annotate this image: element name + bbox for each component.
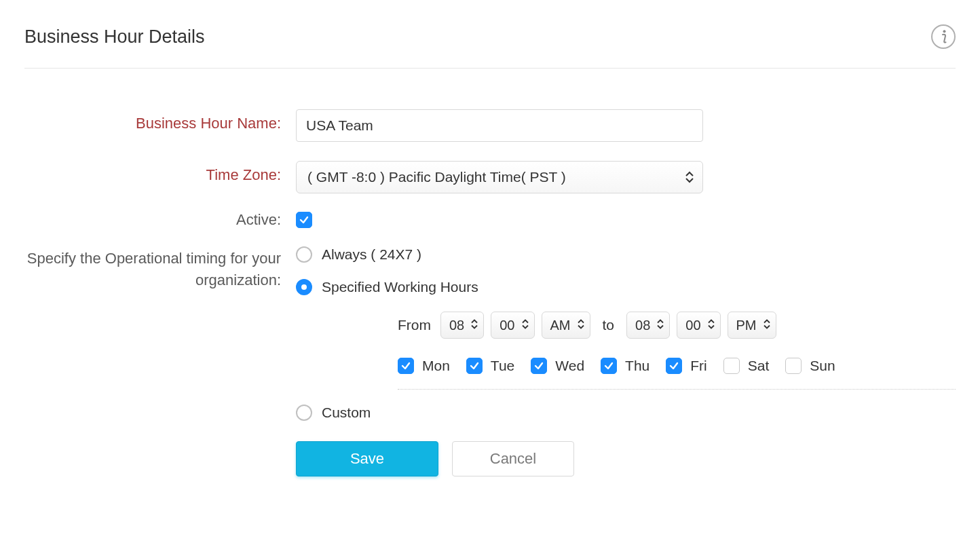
name-label: Business Hour Name: xyxy=(24,109,296,132)
day-item: Sat xyxy=(723,358,770,374)
to-hour-value: 08 xyxy=(635,318,650,333)
day-label: Mon xyxy=(422,358,450,374)
radio-specified[interactable] xyxy=(296,279,312,295)
page-title: Business Hour Details xyxy=(24,26,205,48)
from-minute-value: 00 xyxy=(500,318,514,333)
info-icon-button[interactable] xyxy=(931,24,956,49)
day-item: Tue xyxy=(466,358,514,374)
operational-label: Specify the Operational timing for your … xyxy=(24,246,296,291)
to-label: to xyxy=(603,317,615,333)
radio-always-label: Always ( 24X7 ) xyxy=(322,246,421,263)
to-ampm-value: PM xyxy=(736,318,757,333)
to-minute-value: 00 xyxy=(685,318,700,333)
day-checkbox-thu[interactable] xyxy=(601,358,617,374)
day-label: Tue xyxy=(491,358,514,374)
day-label: Thu xyxy=(625,358,649,374)
to-ampm-select[interactable]: PM xyxy=(728,312,776,339)
radio-custom-label: Custom xyxy=(322,405,371,421)
cancel-button[interactable]: Cancel xyxy=(452,441,574,476)
from-ampm-value: AM xyxy=(550,318,571,333)
day-item: Sun xyxy=(785,358,835,374)
active-label: Active: xyxy=(24,206,296,229)
day-label: Sat xyxy=(748,358,770,374)
svg-point-0 xyxy=(943,30,945,33)
day-item: Thu xyxy=(601,358,649,374)
radio-always[interactable] xyxy=(296,246,312,263)
active-checkbox[interactable] xyxy=(296,212,312,228)
select-arrows-icon xyxy=(708,318,715,333)
day-item: Fri xyxy=(666,358,707,374)
day-checkbox-sat[interactable] xyxy=(723,358,740,374)
from-ampm-select[interactable]: AM xyxy=(542,312,590,339)
timezone-select[interactable]: ( GMT -8:0 ) Pacific Daylight Time( PST … xyxy=(296,161,703,193)
select-arrows-icon xyxy=(471,318,478,333)
day-item: Wed xyxy=(531,358,584,374)
day-checkbox-fri[interactable] xyxy=(666,358,682,374)
radio-custom[interactable] xyxy=(296,405,312,421)
from-hour-value: 08 xyxy=(449,318,464,333)
select-arrows-icon xyxy=(522,318,529,333)
select-arrows-icon xyxy=(657,318,664,333)
save-button[interactable]: Save xyxy=(296,441,438,476)
day-label: Wed xyxy=(555,358,584,374)
day-item: Mon xyxy=(398,358,450,374)
business-hour-name-input[interactable] xyxy=(296,109,703,142)
timezone-label: Time Zone: xyxy=(24,161,296,184)
day-checkbox-tue[interactable] xyxy=(466,358,483,374)
info-icon xyxy=(940,30,947,43)
select-arrows-icon xyxy=(764,318,770,333)
to-minute-select[interactable]: 00 xyxy=(677,312,720,339)
divider xyxy=(398,389,956,390)
from-hour-select[interactable]: 08 xyxy=(440,312,484,339)
from-label: From xyxy=(398,317,431,333)
day-checkbox-sun[interactable] xyxy=(785,358,802,374)
day-checkbox-mon[interactable] xyxy=(398,358,414,374)
day-checkbox-wed[interactable] xyxy=(531,358,547,374)
select-arrows-icon xyxy=(578,318,584,333)
day-label: Fri xyxy=(690,358,707,374)
radio-specified-label: Specified Working Hours xyxy=(322,279,478,295)
from-minute-select[interactable]: 00 xyxy=(491,312,534,339)
timezone-value: ( GMT -8:0 ) Pacific Daylight Time( PST … xyxy=(307,169,566,185)
to-hour-select[interactable]: 08 xyxy=(626,312,670,339)
day-label: Sun xyxy=(810,358,835,374)
